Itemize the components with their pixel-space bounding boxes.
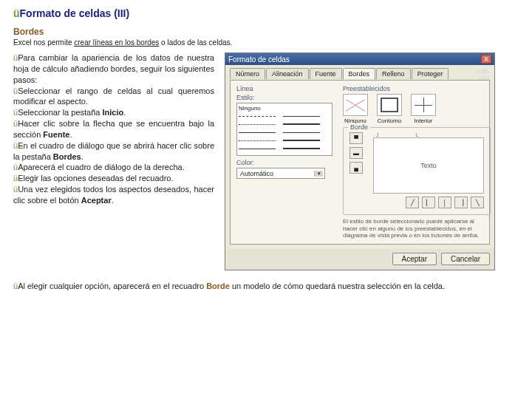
ok-button[interactable]: Aceptar [392,253,437,265]
edge-diag1-button[interactable]: ╱ [406,197,419,208]
presets-label: Preestablecidos [343,85,491,92]
style-none[interactable]: Ninguno [239,105,330,111]
tab-número[interactable]: Número [230,68,265,79]
preset-outline[interactable]: Contorno [377,94,402,124]
close-icon[interactable]: X [481,55,491,64]
preset-none[interactable]: Ninguno [343,94,368,124]
edge-mid-h-button[interactable]: ▬ [349,147,363,159]
dialog-tabs: NúmeroAlineaciónFuenteBordesRellenoProte… [230,68,490,79]
tab-alineación[interactable]: Alineación [266,68,309,79]
instructions-column: üPara cambiar la apariencia de los datos… [13,52,214,206]
style-list[interactable]: Ninguno [236,103,332,156]
section-heading: Bordes [13,27,519,37]
tab-bordes[interactable]: Bordes [343,68,376,80]
edge-mid-v-button[interactable]: │ [438,197,451,208]
cancel-button[interactable]: Cancelar [441,253,490,265]
intro-text: Excel nos permite crear líneas en los bo… [13,38,519,47]
watermark: aulaclic [476,68,488,81]
list-item: üEn el cuadro de diálogo que se abrirá h… [13,140,214,163]
edge-top-button[interactable]: ▀ [349,132,363,144]
chevron-down-icon: ▾ [314,171,323,177]
check-icon: ü [13,7,20,19]
tab-fuente[interactable]: Fuente [310,68,342,79]
format-cells-dialog: Formato de celdas X aulaclic NúmeroAline… [225,52,495,270]
border-preview[interactable]: Texto [373,137,484,194]
dialog-titlebar: Formato de celdas X [225,53,494,65]
corner-l: L [416,132,419,137]
dialog-title: Formato de celdas [228,55,290,64]
color-dropdown[interactable]: Automático ▾ [236,168,325,179]
footer-note: üAl elegir cualquier opción, aparecerá e… [13,281,519,292]
edge-bottom-button[interactable]: ▄ [349,162,363,174]
tab-relleno[interactable]: Relleno [376,68,411,79]
list-item: üAparecerá el cuadro de diálogo de la de… [13,162,214,173]
tab-proteger[interactable]: Proteger [412,68,449,79]
list-item: üPara cambiar la apariencia de los datos… [13,52,214,86]
list-item: üUna vez elegidos todos los aspectos des… [13,184,214,206]
title-text: Formato de celdas (III) [20,7,130,19]
style-label: Estilo: [236,94,332,101]
preset-inside[interactable]: Interior [411,94,436,124]
border-group: Borde ▀ ▬ ▄ J [343,127,491,215]
border-legend: Borde [348,123,370,131]
list-item: üHacer clic sobre la flecha que se encue… [13,118,214,140]
color-label: Color: [236,159,332,166]
list-item: üSeleccionar el rango de celdas al cual … [13,86,214,108]
page-title: üFormato de celdas (III) [13,7,519,19]
edge-diag2-button[interactable]: ╲ [471,197,484,208]
list-item: üSeleccionar la pestaña Inicio. [13,107,214,118]
line-label: Línea [236,85,332,92]
edge-left-button[interactable]: ▏ [422,197,435,208]
edge-right-button[interactable]: ▕ [454,197,468,208]
list-item: üElegir las opciones deseadas del recuad… [13,173,214,184]
corner-j: J [376,132,379,137]
hint-text: El estilo de borde seleccionado puede ap… [343,218,491,239]
